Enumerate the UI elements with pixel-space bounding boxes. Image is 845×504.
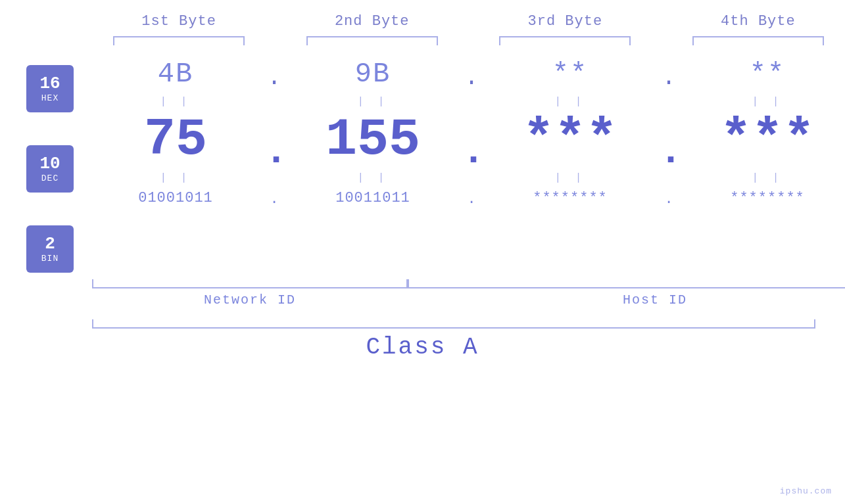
class-bracket-row [0,319,845,329]
top-bracket-4 [692,36,824,45]
dec-row: 75 . 155 . *** . *** [87,114,845,166]
top-bracket-row [0,36,845,45]
main-container: 1st Byte 2nd Byte 3rd Byte 4th Byte 16 [0,0,845,504]
bin-row: 01001011 . 10011011 . ******** . *******… [87,190,845,206]
hex-badge-number: 16 [39,74,60,93]
bin-byte2: 10011011 [284,190,462,206]
bin-dot-2: . [462,191,481,208]
bin-badge-label: BIN [41,254,59,263]
top-bracket-2 [306,36,438,45]
class-label: Class A [366,334,479,361]
dec-badge: 10 DEC [26,145,74,193]
class-bracket [92,319,815,329]
hex-byte3: ** [481,58,659,90]
bin-badge-number: 2 [45,235,55,254]
hex-badge: 16 HEX [26,65,74,112]
hex-byte4: ** [679,58,845,90]
eq-cell-1: | | [87,96,264,108]
hex-dot-3: . [659,64,679,91]
bin-badge: 2 BIN [26,225,74,273]
hex-badge-label: HEX [41,93,59,103]
dec-dot-2: . [462,129,481,174]
network-bracket-group: Network ID [92,279,408,308]
badge-column: 16 HEX 10 DEC 2 BIN [26,65,74,273]
dec-byte4: *** [679,114,845,166]
dec-byte1: 75 [87,114,264,166]
hex-dot-1: . [264,64,284,91]
dec-byte2: 155 [284,114,462,166]
hex-row: 4B . 9B . ** . ** [87,58,845,90]
network-id-label: Network ID [204,292,296,308]
byte-header-2: 2nd Byte [285,13,459,30]
bracket-cell-2 [285,36,459,45]
bin-byte3: ******** [481,190,659,206]
byte-header-1: 1st Byte [92,13,266,30]
byte-header-4: 4th Byte [671,13,845,30]
eq-cell-5: | | [87,172,264,184]
watermark: ipshu.com [780,486,832,496]
dec-dot-1: . [264,129,284,174]
eq-cell-7: | | [481,172,659,184]
host-bracket [408,279,845,288]
bracket-cell-1 [92,36,266,45]
top-bracket-3 [499,36,631,45]
dec-badge-label: DEC [41,173,59,183]
bin-dot-1: . [264,191,284,208]
bin-byte1: 01001011 [87,190,264,206]
bin-byte4: ******** [679,190,845,206]
bracket-cell-4 [671,36,845,45]
dec-byte3: *** [481,114,659,166]
byte-header-3: 3rd Byte [478,13,652,30]
network-bracket [92,279,408,288]
data-area: 4B . 9B . ** . ** | | | | | | | | 75 [87,58,845,273]
eq-cell-3: | | [481,96,659,108]
host-bracket-group: Host ID [408,279,845,308]
bracket-cell-3 [478,36,652,45]
dec-dot-3: . [659,129,679,174]
rows-area: 16 HEX 10 DEC 2 BIN 4B . 9B . ** . ** [0,58,845,273]
class-label-row: Class A [0,334,845,361]
dec-badge-number: 10 [39,154,60,173]
hex-byte1: 4B [87,58,264,90]
bin-dot-3: . [659,191,679,208]
host-id-label: Host ID [623,292,687,308]
eq-cell-4: | | [679,96,845,108]
hex-byte2: 9B [284,58,462,90]
eq-cell-2: | | [284,96,462,108]
eq-cell-6: | | [284,172,462,184]
byte-headers: 1st Byte 2nd Byte 3rd Byte 4th Byte [0,13,845,30]
top-bracket-1 [113,36,245,45]
hex-dot-2: . [462,64,481,91]
eq-cell-8: | | [679,172,845,184]
